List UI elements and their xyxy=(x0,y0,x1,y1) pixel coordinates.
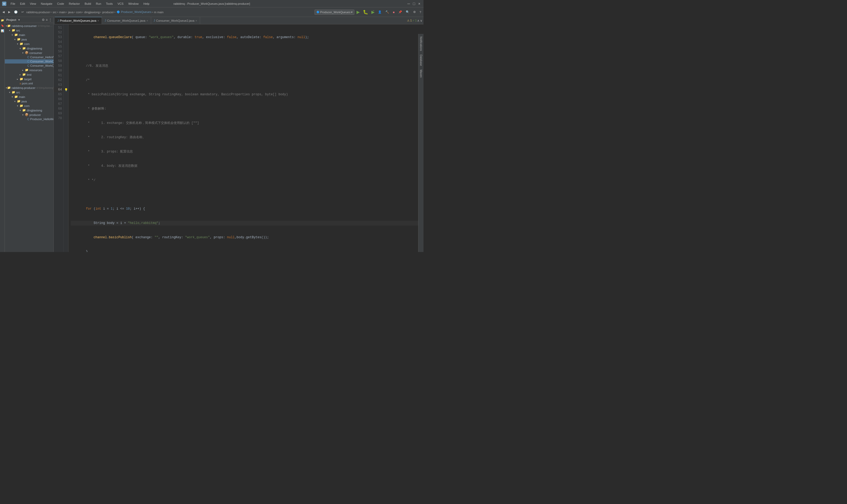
menu-tools[interactable]: Tools xyxy=(104,2,115,6)
forward-button[interactable]: ▶ xyxy=(7,10,12,15)
menu-help[interactable]: Help xyxy=(141,2,152,6)
tree-item-dingjiaxiong-producer[interactable]: ▾ 📁 dingjiaxiong xyxy=(5,108,53,112)
run-button[interactable]: ▶ xyxy=(356,9,361,15)
tree-item-consumer-workqueue2[interactable]: ▸ C Consumer_WorkQueue2 xyxy=(5,64,53,68)
menu-file[interactable]: File xyxy=(8,2,17,6)
back-button[interactable]: ◀ xyxy=(1,10,6,15)
warning-icon-64: 💡 xyxy=(64,88,68,92)
settings-btn[interactable]: ⋮ xyxy=(49,18,52,22)
profile-button[interactable]: 👤 xyxy=(377,10,383,15)
tab-close-3[interactable]: × xyxy=(195,19,197,22)
menu-navigate[interactable]: Navigate xyxy=(39,2,54,6)
tree-item-rabbitmq-consumer[interactable]: ▾ 📁 rabbitmq-consumer D:\DingJiaxiong\Id… xyxy=(5,23,53,28)
title-bar-left: IJ File Edit View Navigate Code Refactor… xyxy=(2,2,151,6)
breadcrumb-main[interactable]: main xyxy=(59,11,66,14)
code-text[interactable]: channel.queueDeclare( queue: "work_queue… xyxy=(69,24,424,252)
recent-files-button[interactable]: 🕐 xyxy=(13,10,19,15)
tree-item-java-consumer[interactable]: ▾ 📁 java xyxy=(5,37,53,41)
menu-build[interactable]: Build xyxy=(83,2,93,6)
tree-item-producer-helloworld[interactable]: ▸ C Producer_HelloWorld xyxy=(5,117,53,121)
tab-up-arrow[interactable]: ∧ xyxy=(417,19,419,22)
gutter-69 xyxy=(64,111,69,116)
project-panel: Project ▾ ⚙ ≡ ⋮ ▾ 📁 rabbitmq-consumer D:… xyxy=(5,17,54,252)
menu-window[interactable]: Window xyxy=(126,2,141,6)
activity-bookmarks[interactable]: 🔖 xyxy=(0,23,4,28)
gutter-63 xyxy=(64,83,69,87)
tab-consumer-workqueue2[interactable]: J Consumer_WorkQueue2.java × xyxy=(151,17,200,24)
tree-item-pom-consumer[interactable]: ▸ x pom.xml xyxy=(5,81,53,86)
settings-button[interactable]: ⚙ xyxy=(412,10,417,15)
tree-item-producer-pkg[interactable]: ▾ 📦 producer xyxy=(5,112,53,117)
line-num-70: 70 xyxy=(54,116,64,121)
menu-code[interactable]: Code xyxy=(55,2,66,6)
breadcrumb-project[interactable]: rabbitmq-producer xyxy=(26,11,50,14)
run-config-container[interactable]: 🔷 Producer_WorkQueues ▾ xyxy=(314,10,355,15)
notifications-panel-btn[interactable]: Notifications xyxy=(419,35,423,52)
tree-item-rabbitmq-producer[interactable]: ▾ 📁 rabbitmq-producer D:\DingJiaxiong\Id… xyxy=(5,86,53,90)
tab-producer-workqueues[interactable]: J Producer_WorkQueues.java × xyxy=(55,17,102,24)
activity-structure[interactable]: 📊 xyxy=(0,29,4,33)
menu-run[interactable]: Run xyxy=(94,2,103,6)
breadcrumb-src[interactable]: src xyxy=(53,11,57,14)
tab-down-arrow[interactable]: ∨ xyxy=(420,19,422,22)
tree-item-src-producer[interactable]: ▾ 📁 src xyxy=(5,90,53,94)
run-with-coverage-button[interactable]: ▶̈ xyxy=(370,9,376,15)
breadcrumb-method[interactable]: m main xyxy=(154,11,164,14)
tree-item-target-consumer[interactable]: ▸ 📁 target xyxy=(5,77,53,81)
line-num-59: 59 xyxy=(54,64,64,68)
breadcrumb-com[interactable]: com xyxy=(76,11,82,14)
tree-item-java-producer[interactable]: ▾ 📁 java xyxy=(5,99,53,104)
database-panel-btn[interactable]: Database xyxy=(419,53,423,68)
maven-panel-btn[interactable]: Maven xyxy=(419,68,423,79)
minimize-button[interactable]: ─ xyxy=(407,2,411,5)
build-project-button[interactable]: 🔨 xyxy=(384,10,391,15)
search-everywhere-button[interactable]: 🔍 xyxy=(404,10,411,15)
debug-button[interactable]: 🐛 xyxy=(362,9,369,15)
project-tree: ▾ 📁 rabbitmq-consumer D:\DingJiaxiong\Id… xyxy=(5,23,53,252)
tree-item-consumer-workqueue1[interactable]: ▸ C Consumer_WorkQueue1 xyxy=(5,59,53,64)
tab-close-1[interactable]: × xyxy=(97,19,99,22)
editor-area: J Producer_WorkQueues.java × J Consumer_… xyxy=(54,17,424,252)
tree-item-resources-consumer[interactable]: ▸ 📁 resources xyxy=(5,68,53,72)
breadcrumb-producer[interactable]: producer xyxy=(102,11,113,14)
project-dropdown-icon[interactable]: ▾ xyxy=(18,18,20,22)
line-num-52: 52 xyxy=(54,30,64,35)
menu-vcs[interactable]: VCS xyxy=(115,2,126,6)
tree-item-test-consumer[interactable]: ▸ 📁 test xyxy=(5,72,53,77)
gutter-60 xyxy=(64,68,69,73)
gutter-53 xyxy=(64,35,69,40)
stop-button[interactable]: ■ xyxy=(392,10,396,15)
tree-item-consumer-pkg[interactable]: ▾ 📦 consumer xyxy=(5,51,53,55)
tree-item-main-consumer[interactable]: ▾ 📁 main xyxy=(5,33,53,37)
breadcrumb-java[interactable]: java xyxy=(68,11,73,14)
tree-item-src-consumer[interactable]: ▾ 📁 src xyxy=(5,28,53,33)
code-content[interactable]: 51 52 53 54 55 56 57 58 59 60 61 62 63 6… xyxy=(54,24,424,252)
tree-item-com-consumer[interactable]: ▾ 📁 com xyxy=(5,41,53,46)
tab-consumer-workqueue1[interactable]: J Consumer_WorkQueue1.java × xyxy=(102,17,151,24)
tree-item-main-producer[interactable]: ▾ 📁 main xyxy=(5,94,53,99)
menu-refactor[interactable]: Refactor xyxy=(67,2,82,6)
close-button[interactable]: × xyxy=(417,2,421,5)
tree-item-com-producer[interactable]: ▾ 📁 com xyxy=(5,104,53,108)
tab-close-2[interactable]: × xyxy=(146,19,148,22)
tab-label-2: Consumer_WorkQueue1.java xyxy=(107,19,145,22)
code-line-62 xyxy=(71,192,421,197)
menu-view[interactable]: View xyxy=(28,2,38,6)
pin-button[interactable]: 📌 xyxy=(397,10,403,15)
code-line-63: for (int i = 1; i <= 10; i++) { xyxy=(71,206,421,211)
breadcrumb-dingjiaxiong[interactable]: dingjiaxiong xyxy=(84,11,100,14)
editor-tab-actions: ⚠ 1 ✓ 1 ∧ ∨ xyxy=(407,19,422,22)
collapse-all-btn[interactable]: ≡ xyxy=(46,18,48,22)
line-num-62: 62 xyxy=(54,78,64,83)
breadcrumb-class[interactable]: 🔷 Producer_WorkQueues xyxy=(116,10,151,14)
tab-label-3: Consumer_WorkQueue2.java xyxy=(156,19,195,22)
help-button[interactable]: ? xyxy=(418,10,422,15)
maximize-button[interactable]: □ xyxy=(412,2,416,5)
sync-files-btn[interactable]: ⚙ xyxy=(42,18,45,22)
tree-item-consumer-helloworld[interactable]: ▸ C Consumer_HelloWorld xyxy=(5,55,53,59)
activity-project[interactable]: 📁 xyxy=(0,18,4,22)
menu-edit[interactable]: Edit xyxy=(18,2,27,6)
tree-item-dingjiaxiong-consumer[interactable]: ▾ 📁 dingjiaxiong xyxy=(5,46,53,51)
refresh-button[interactable]: ↩ xyxy=(20,10,25,15)
code-line-66: } xyxy=(71,249,421,252)
